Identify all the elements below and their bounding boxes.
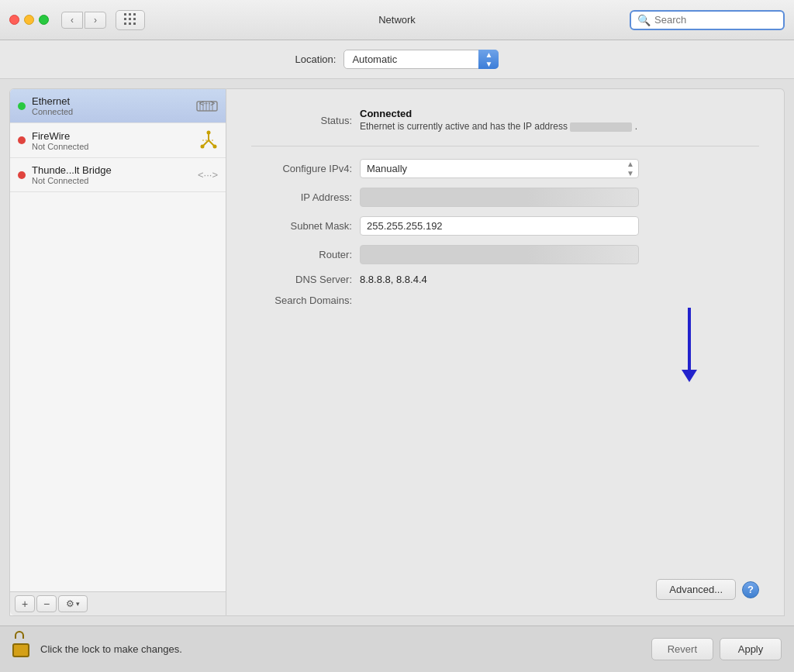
add-network-button[interactable]: + — [15, 595, 35, 612]
detail-panel: Status: Connected Ethernet is currently … — [226, 88, 785, 616]
gear-menu-button[interactable]: ⚙ ▾ — [58, 595, 88, 612]
thunderbolt-name: Thunde...lt Bridge — [32, 164, 192, 176]
search-icon: 🔍 — [637, 14, 651, 26]
forward-button[interactable]: › — [85, 12, 106, 29]
bottom-bar: Click the lock to make changes. Revert A… — [0, 625, 794, 672]
location-bar: Location: Automatic Edit Locations... ▲ … — [0, 40, 794, 79]
minimize-button[interactable] — [24, 15, 34, 25]
sidebar-item-thunderbolt[interactable]: Thunde...lt Bridge Not Connected <···> — [10, 158, 226, 192]
subnet-mask-input[interactable] — [360, 216, 639, 236]
arrow-shaft — [688, 308, 691, 370]
svg-point-11 — [201, 145, 205, 149]
status-value-area: Connected Ethernet is currently active a… — [360, 108, 637, 133]
subnet-mask-row: Subnet Mask: — [251, 216, 759, 236]
window-title: Network — [378, 14, 416, 26]
firewire-status: Not Connected — [32, 142, 193, 151]
close-button[interactable] — [9, 15, 19, 25]
thunderbolt-status: Not Connected — [32, 176, 192, 185]
ip-address-input[interactable] — [360, 188, 639, 207]
revert-button[interactable]: Revert — [651, 638, 713, 660]
advanced-row: Advanced... ? — [251, 571, 759, 600]
configure-label: Configure IPv4: — [251, 163, 352, 174]
ethernet-name: Ethernet — [32, 95, 190, 107]
main-content: Ethernet Connected <···> — [0, 79, 794, 625]
sidebar-item-info-firewire: FireWire Not Connected — [32, 130, 193, 151]
advanced-button[interactable]: Advanced... — [656, 579, 736, 600]
apply-button[interactable]: Apply — [720, 638, 782, 660]
svg-point-10 — [207, 131, 211, 135]
firewire-icon — [199, 129, 218, 151]
status-value: Connected — [360, 108, 412, 119]
status-description: Ethernet is currently active and has the… — [360, 119, 637, 133]
status-dot-ethernet — [18, 102, 26, 110]
status-desc-suffix: . — [635, 121, 637, 132]
location-select[interactable]: Automatic Edit Locations... — [343, 50, 499, 69]
firewire-name: FireWire — [32, 130, 193, 142]
search-box: 🔍 — [630, 10, 785, 30]
sidebar-toolbar: + − ⚙ ▾ — [10, 591, 226, 615]
sidebar-item-ethernet[interactable]: Ethernet Connected <···> — [10, 89, 226, 123]
search-input[interactable] — [654, 14, 777, 26]
sidebar-item-info-ethernet: Ethernet Connected — [32, 95, 190, 116]
arrow-container — [251, 308, 759, 382]
dns-value: 8.8.8.8, 8.8.4.4 — [360, 274, 427, 285]
location-select-wrapper: Automatic Edit Locations... ▲ ▼ — [343, 50, 499, 69]
ethernet-status: Connected — [32, 107, 190, 116]
sidebar-list: Ethernet Connected <···> — [10, 89, 226, 591]
arrow-head — [682, 370, 697, 382]
traffic-lights — [9, 15, 49, 25]
titlebar: ‹ › Network 🔍 — [0, 0, 794, 40]
svg-point-12 — [213, 145, 217, 149]
grid-view-button[interactable] — [116, 10, 145, 30]
nav-buttons: ‹ › — [61, 12, 106, 29]
search-domains-row: Search Domains: — [251, 295, 759, 306]
sidebar: Ethernet Connected <···> — [9, 88, 226, 616]
location-label: Location: — [295, 53, 337, 65]
lock-icon-wrapper[interactable] — [12, 639, 31, 660]
search-domains-label: Search Domains: — [251, 295, 352, 306]
ip-address-row: IP Address: — [251, 188, 759, 207]
router-label: Router: — [251, 249, 352, 260]
separator-1 — [251, 146, 759, 146]
status-row: Status: Connected Ethernet is currently … — [251, 108, 759, 133]
status-dot-thunderbolt — [18, 171, 26, 179]
lock-shackle — [15, 631, 24, 639]
lock-body — [12, 643, 29, 657]
status-desc-prefix: Ethernet is currently active and has the… — [360, 121, 568, 132]
configure-row: Configure IPv4: Manually Using DHCP Usin… — [251, 159, 759, 178]
remove-network-button[interactable]: − — [36, 595, 57, 612]
gear-arrow-icon: ▾ — [76, 600, 80, 608]
svg-text:<···>: <···> — [199, 99, 215, 108]
configure-select-wrapper: Manually Using DHCP Using DHCP with manu… — [360, 159, 639, 178]
status-label: Status: — [251, 115, 352, 126]
subnet-mask-label: Subnet Mask: — [251, 220, 352, 232]
status-dot-firewire — [18, 136, 26, 144]
grid-icon — [124, 13, 137, 26]
fullscreen-button[interactable] — [39, 15, 49, 25]
gear-icon: ⚙ — [66, 598, 74, 609]
thunderbolt-icon: <···> — [198, 169, 218, 181]
dns-row: DNS Server: 8.8.8.8, 8.8.4.4 — [251, 274, 759, 285]
annotation-arrow — [682, 308, 697, 382]
router-input[interactable] — [360, 245, 639, 264]
sidebar-item-info-thunderbolt: Thunde...lt Bridge Not Connected — [32, 164, 192, 185]
help-button[interactable]: ? — [742, 581, 759, 598]
ip-address-label: IP Address: — [251, 191, 352, 203]
router-row: Router: — [251, 245, 759, 264]
ethernet-icon: <···> — [196, 98, 218, 114]
back-button[interactable]: ‹ — [61, 12, 83, 29]
status-ip-redacted — [570, 122, 632, 132]
sidebar-item-firewire[interactable]: FireWire Not Connected — [10, 123, 226, 158]
lock-label: Click the lock to make changes. — [40, 643, 642, 655]
bottom-buttons: Revert Apply — [651, 638, 782, 660]
dns-label: DNS Server: — [251, 274, 352, 285]
configure-ipv4-select[interactable]: Manually Using DHCP Using DHCP with manu… — [360, 159, 639, 178]
